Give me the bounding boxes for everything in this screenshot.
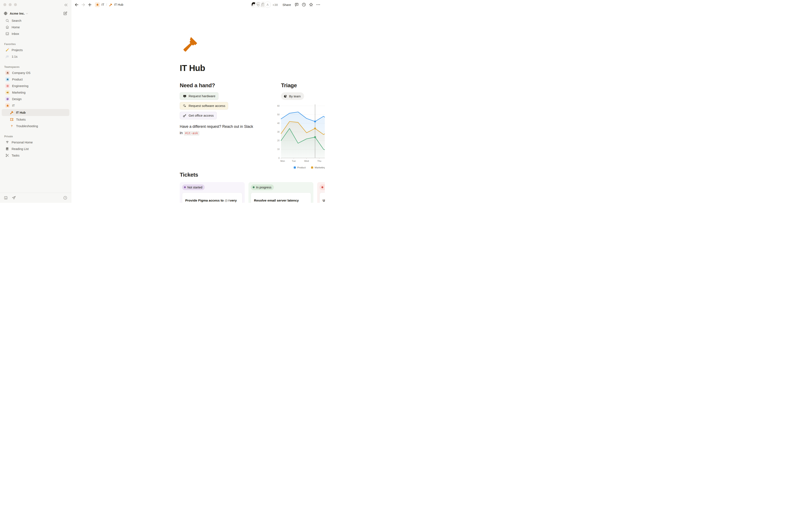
it-subpages: IT Hub Tickets ? Troubleshooting: [0, 109, 71, 129]
paper-plane-icon[interactable]: [12, 195, 16, 200]
ticket-card-title: Resolve email server latency: [254, 199, 308, 203]
line-chart: 0102030405060MonTueWedThuFriSatSun: [274, 103, 325, 166]
main-area: IT / IT Hub A +38 Share: [71, 0, 325, 203]
zoom-window-button[interactable]: [14, 3, 17, 6]
sidebar-item-design[interactable]: Design: [0, 96, 71, 102]
scissors-icon: [5, 153, 9, 157]
teamspaces-header[interactable]: Teamspaces: [0, 65, 71, 69]
need-a-hand-section: Need a hand? Request hardware Request so…: [180, 82, 254, 136]
workspace-globe-icon: [4, 11, 8, 15]
sidebar-item-product[interactable]: Product: [0, 76, 71, 82]
minimize-window-button[interactable]: [9, 3, 12, 6]
sidebar-item-troubleshooting[interactable]: ? Troubleshooting: [0, 123, 71, 129]
sidebar-item-personal-home[interactable]: Personal Home: [0, 139, 71, 146]
sidebar-item-projects[interactable]: Projects: [0, 47, 71, 53]
svg-text:Mon: Mon: [281, 160, 285, 162]
sidebar-item-it[interactable]: IT: [0, 102, 71, 109]
svg-text:60: 60: [277, 105, 280, 107]
page-canvas: IT Hub Need a hand? Request hardware Req…: [71, 0, 325, 203]
ticket-card-title: Provide Figma access to @Avery: [185, 199, 239, 203]
cursor-click-icon: [183, 104, 187, 108]
ticket-icon: [10, 117, 14, 121]
mention[interactable]: @Avery: [224, 199, 237, 203]
notion-app: Acme Inc. Search Home Inbox Favorites Pr…: [0, 0, 325, 203]
request-software-access-button[interactable]: Request software access: [180, 102, 228, 110]
svg-text:Thu: Thu: [317, 160, 321, 162]
card-title-text: Provide Figma access to: [185, 199, 224, 202]
page-hammer-icon[interactable]: [182, 35, 199, 53]
hammer-icon: [10, 110, 14, 114]
svg-text:?: ?: [11, 124, 12, 128]
status-badge[interactable]: Not started: [182, 184, 205, 190]
filter-label: By team: [289, 95, 301, 98]
ticket-card[interactable]: Update legacy database: [319, 193, 325, 203]
status-label: Not started: [187, 186, 202, 189]
sidebar-item-label: Tasks: [12, 154, 19, 157]
key-icon: [183, 114, 187, 118]
by-team-filter-button[interactable]: By team: [281, 92, 304, 100]
request-hardware-button[interactable]: Request hardware: [180, 92, 218, 100]
laptop-icon: [5, 77, 10, 81]
svg-text:0: 0: [278, 157, 280, 159]
sidebar-item-1-1s[interactable]: 1:1s: [0, 53, 71, 60]
close-window-button[interactable]: [3, 3, 6, 6]
status-dot: [184, 186, 186, 188]
sidebar-item-inbox[interactable]: Inbox: [0, 31, 71, 37]
get-office-access-button[interactable]: Get office access: [180, 112, 217, 119]
ticket-card[interactable]: Resolve email server latency: [251, 193, 311, 203]
svg-text:?: ?: [65, 197, 66, 199]
sidebar-item-reading-list[interactable]: Reading List: [0, 146, 71, 152]
status-badge[interactable]: In progress: [251, 184, 274, 190]
sidebar-item-marketing[interactable]: Marketing: [0, 89, 71, 96]
status-dot: [321, 186, 323, 188]
book-icon: [5, 147, 9, 151]
question-mark-icon: ?: [10, 124, 14, 128]
slack-channel-chip: #it-ask: [184, 131, 200, 135]
svg-text:Tue: Tue: [292, 160, 296, 162]
sidebar-item-search[interactable]: Search: [0, 17, 71, 24]
help-icon[interactable]: ?: [63, 195, 67, 200]
sidebar-item-label: Design: [12, 97, 21, 101]
thought-cloud-icon: [5, 55, 9, 59]
request-buttons: Request hardware Request software access…: [180, 92, 254, 119]
svg-text:50: 50: [277, 113, 280, 116]
workspace-switcher[interactable]: Acme Inc.: [2, 10, 69, 16]
pie-chart-icon: [284, 95, 287, 98]
private-header[interactable]: Private: [0, 134, 71, 139]
sidebar-item-tasks[interactable]: Tasks: [0, 152, 71, 159]
svg-text:10: 10: [277, 148, 280, 151]
palette-icon: [5, 97, 10, 101]
triage-heading: Triage: [281, 82, 304, 89]
monitor-icon: [183, 94, 187, 98]
window-controls: [0, 0, 71, 6]
tickets-heading: Tickets: [180, 172, 198, 178]
status-badge[interactable]: Blocked: [319, 184, 325, 190]
new-page-compose-button[interactable]: [63, 11, 67, 16]
sidebar-item-it-hub[interactable]: IT Hub: [2, 109, 69, 116]
sidebar-item-tickets[interactable]: Tickets: [0, 116, 71, 123]
legend-swatch: [294, 166, 296, 169]
sidebar-item-label: Engineering: [12, 84, 28, 88]
sidebar-item-label: Home: [12, 25, 20, 29]
sidebar-item-label: Tickets: [16, 118, 26, 121]
sidebar-item-home[interactable]: Home: [0, 24, 71, 31]
home-icon: [5, 25, 9, 29]
sidebar-item-label: IT Hub: [16, 111, 26, 114]
sidebar-item-label: Search: [12, 19, 21, 22]
sidebar-item-engineering[interactable]: Engineering: [0, 82, 71, 89]
button-label: Request hardware: [189, 94, 215, 98]
teamspaces-section: Teamspaces Company OS Product Engineerin…: [0, 65, 71, 129]
pizza-icon: [5, 140, 9, 144]
sidebar-item-label: Reading List: [12, 147, 29, 151]
sidebar-collapse-icon[interactable]: [63, 2, 68, 8]
favorites-header[interactable]: Favorites: [0, 42, 71, 47]
status-label: In progress: [256, 186, 271, 189]
ticket-card[interactable]: Provide Figma access to @Avery: [182, 193, 242, 203]
pencil-icon: [5, 48, 9, 52]
chart-legend: ProductMarketingWeb: [274, 166, 325, 169]
sidebar-nav: Search Home Inbox: [0, 17, 71, 37]
button-label: Get office access: [189, 114, 214, 117]
calendar-icon[interactable]: 28: [4, 195, 8, 200]
sidebar-item-company-os[interactable]: Company OS: [0, 69, 71, 76]
legend-swatch: [311, 166, 313, 169]
